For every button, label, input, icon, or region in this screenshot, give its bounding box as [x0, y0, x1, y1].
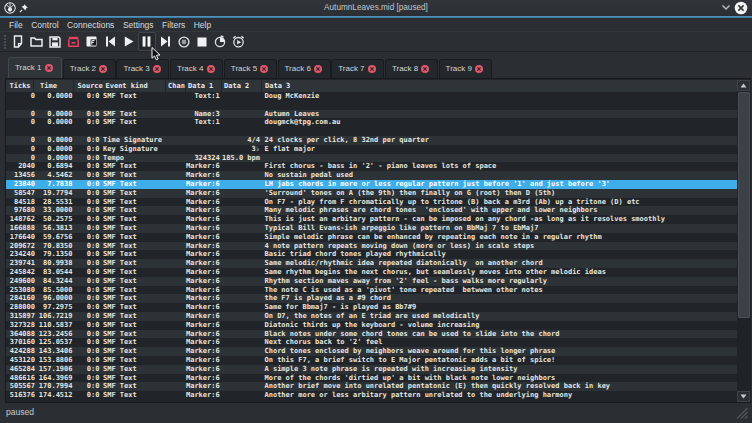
- cell-source: 0:0: [73, 180, 100, 189]
- tab-close-icon[interactable]: [475, 65, 483, 73]
- tab-close-icon[interactable]: [99, 65, 107, 73]
- table-row[interactable]: 23974180.99380:0SMF TextMarker:6Same mel…: [6, 259, 737, 268]
- table-row[interactable]: [6, 101, 737, 110]
- cell-d1: Marker:6: [166, 259, 220, 268]
- tab-track-4[interactable]: Track 4: [170, 59, 223, 78]
- scroll-up-button[interactable]: [737, 80, 750, 91]
- cell-source: 0:0: [73, 391, 100, 400]
- tab-track-7[interactable]: Track 7: [331, 59, 384, 78]
- table-row[interactable]: 315897106.72190:0SMF TextMarker:6On D7, …: [6, 312, 737, 321]
- table-row[interactable]: 17664059.67560:0SMF TextMarker:6Simple m…: [6, 233, 737, 242]
- tab-track-9[interactable]: Track 9: [439, 59, 492, 78]
- table-row[interactable]: 516376174.45120:0SMF TextMarker:6Another…: [6, 391, 737, 400]
- tab-close-icon[interactable]: [207, 65, 215, 73]
- tab-close-icon[interactable]: [153, 65, 161, 73]
- tab-close-icon[interactable]: [314, 65, 322, 73]
- table-row[interactable]: 00.00000:0SMF TextName:3Autumn Leaves: [6, 110, 737, 119]
- table-row[interactable]: 00.00000:0Key Signature3♭E flat major: [6, 145, 737, 154]
- tab-close-icon[interactable]: [368, 65, 376, 73]
- cell-time: 164.3969: [35, 374, 73, 383]
- alarm-button[interactable]: [230, 32, 248, 52]
- new-file-button[interactable]: [9, 32, 27, 52]
- menu-control[interactable]: Control: [31, 19, 58, 31]
- configure-window-button[interactable]: [83, 32, 101, 52]
- cell-ticks: 424288: [6, 347, 35, 356]
- table-row[interactable]: 00.00000:0Time Signature4/424 clocks per…: [6, 136, 737, 145]
- play-button[interactable]: [119, 32, 137, 52]
- table-row[interactable]: [6, 127, 737, 136]
- table-header[interactable]: TicksTimeSourceEvent kindChanData 1Data …: [6, 80, 737, 93]
- toolbar-drag-handle[interactable]: [1, 35, 9, 49]
- skip-backward-button[interactable]: [101, 32, 119, 52]
- table-row[interactable]: 134564.54620:0SMF TextMarker:6No sustain…: [6, 171, 737, 180]
- tab-close-icon[interactable]: [421, 65, 429, 73]
- table-row[interactable]: 424288143.34060:0SMF TextMarker:6Chord t…: [6, 347, 737, 356]
- table-row[interactable]: 370160125.05370:0SMF TextMarker:6Next ch…: [6, 338, 737, 347]
- column-header-chan[interactable]: Chan: [166, 80, 186, 93]
- table-row[interactable]: 28416096.00000:0SMF TextMarker:6the F7 i…: [6, 294, 737, 303]
- tab-track-6[interactable]: Track 6: [278, 59, 331, 78]
- save-file-button[interactable]: [46, 32, 64, 52]
- cell-time: 0.0000: [35, 110, 73, 119]
- table-row[interactable]: 9768033.00000:0SMF TextMarker:6Many melo…: [6, 206, 737, 215]
- shade-icon[interactable]: [721, 4, 731, 11]
- table-row[interactable]: 25308085.50000:0SMF TextMarker:6The note…: [6, 286, 737, 295]
- table-row[interactable]: 465284157.19060:0SMF TextMarker:6A simpl…: [6, 365, 737, 374]
- stop-button[interactable]: [193, 32, 211, 52]
- table-row[interactable]: 8451828.55310:0SMF TextMarker:6On F7 - p…: [6, 198, 737, 207]
- table-row[interactable]: 364088123.24560:0SMF TextMarker:6Black n…: [6, 330, 737, 339]
- column-header-time[interactable]: Time: [34, 80, 74, 93]
- cell-source: 0:0: [73, 206, 100, 215]
- tab-close-icon[interactable]: [260, 65, 268, 73]
- menu-connections[interactable]: Connections: [67, 19, 114, 31]
- table-row[interactable]: 16688856.38130:0SMF TextMarker:6Typical …: [6, 224, 737, 233]
- table-row[interactable]: 14876250.25750:0SMF TextMarker:6This is …: [6, 215, 737, 224]
- tab-track-1[interactable]: Track 1: [8, 57, 62, 78]
- titlebar[interactable]: AutumnLeaves.mid [paused]: [0, 0, 752, 16]
- column-header-ticks[interactable]: Ticks: [6, 80, 34, 93]
- resize-grip-icon[interactable]: [736, 407, 749, 420]
- vertical-scrollbar[interactable]: [737, 80, 751, 402]
- tab-track-3[interactable]: Track 3: [116, 59, 169, 78]
- tab-close-icon[interactable]: [45, 64, 53, 72]
- table-row[interactable]: 24960084.32440:0SMF TextMarker:6Rhythm s…: [6, 277, 737, 286]
- table-row[interactable]: 00.00000:0SMF TextText:1Doug McKenzie: [6, 92, 737, 101]
- open-file-button[interactable]: [27, 32, 45, 52]
- menu-help[interactable]: Help: [194, 19, 211, 31]
- table-row[interactable]: 327328110.58370:0SMF TextMarker:6Diatoni…: [6, 321, 737, 330]
- table-body: 00.00000:0SMF TextText:1Doug McKenzie00.…: [6, 92, 737, 401]
- table-row[interactable]: 28800097.29750:0SMF TextMarker:6Same for…: [6, 303, 737, 312]
- table-row[interactable]: 23424079.13500:0SMF TextMarker:6Basic tr…: [6, 250, 737, 259]
- table-row[interactable]: 20967270.83500:0SMF TextMarker:64 note p…: [6, 242, 737, 251]
- cell-time: 70.8350: [35, 242, 73, 251]
- scrollbar-thumb[interactable]: [738, 92, 750, 318]
- tab-track-5[interactable]: Track 5: [224, 59, 277, 78]
- table-row[interactable]: 20400.68940:0SMF TextMarker:6First choru…: [6, 162, 737, 171]
- column-header-data-1[interactable]: Data 1: [186, 80, 222, 93]
- cell-d3: Basic triad chord tones played rhythmica…: [265, 250, 736, 259]
- menu-settings[interactable]: Settings: [123, 19, 154, 31]
- column-header-event-kind[interactable]: Event kind: [102, 80, 166, 93]
- tab-track-2[interactable]: Track 2: [63, 59, 116, 78]
- table-row[interactable]: 24584283.05440:0SMF TextMarker:6Same rhy…: [6, 268, 737, 277]
- timer-button[interactable]: [211, 32, 229, 52]
- table-row[interactable]: 486616164.39690:0SMF TextMarker:6More of…: [6, 374, 737, 383]
- menu-filters[interactable]: Filters: [162, 19, 185, 31]
- cell-kind: Key Signature: [103, 145, 165, 154]
- menu-file[interactable]: File: [9, 19, 23, 31]
- table-row[interactable]: 00.00000:0Tempo324324185.0 bpm: [6, 154, 737, 163]
- tab-track-8[interactable]: Track 8: [385, 59, 438, 78]
- cell-d3: Black notes under some chord tones can b…: [265, 330, 736, 339]
- table-row-selected[interactable]: 238407.78380:0SMF TextMarker:6LH jabs ch…: [6, 180, 737, 189]
- column-header-data-2[interactable]: Data 2: [222, 80, 263, 93]
- scroll-down-button[interactable]: [737, 391, 750, 402]
- column-header-data-3[interactable]: Data 3: [262, 80, 736, 93]
- record-button[interactable]: [175, 32, 193, 52]
- table-row[interactable]: 505567170.79940:0SMF TextMarker:6Another…: [6, 382, 737, 391]
- panic-button[interactable]: [64, 32, 82, 52]
- table-row[interactable]: 00.00000:0SMF TextText:1dougmck@tpg.com.…: [6, 118, 737, 127]
- close-button[interactable]: [734, 1, 748, 15]
- table-row[interactable]: 5854719.77940:0SMF TextMarker:6'Surround…: [6, 189, 737, 198]
- column-header-source[interactable]: Source: [74, 80, 102, 93]
- table-row[interactable]: 453120153.88060:0SMF TextMarker:6On this…: [6, 356, 737, 365]
